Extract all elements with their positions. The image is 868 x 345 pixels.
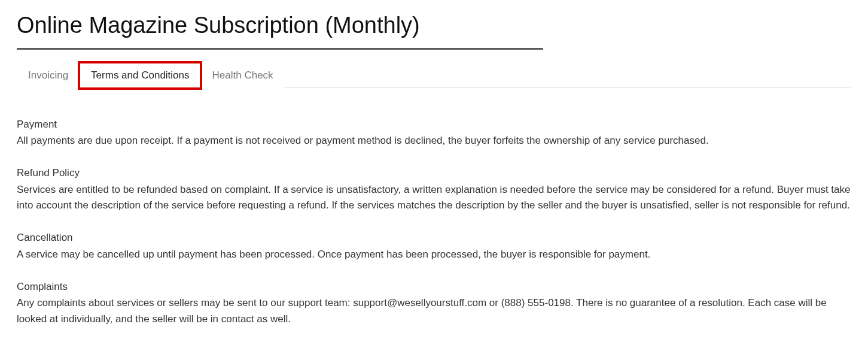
section-refund-title: Refund Policy — [17, 165, 851, 181]
section-payment-title: Payment — [17, 117, 851, 132]
section-cancellation: Cancellation A service may be cancelled … — [17, 230, 851, 262]
tabs-container: Invoicing Terms and Conditions Health Ch… — [17, 63, 851, 88]
section-payment-body: All payments are due upon receipt. If a … — [17, 133, 851, 149]
content-area: Payment All payments are due upon receip… — [17, 88, 851, 327]
page-title: Online Magazine Subscription (Monthly) — [17, 12, 543, 50]
section-payment: Payment All payments are due upon receip… — [17, 117, 851, 149]
section-refund-body: Services are entitled to be refunded bas… — [17, 182, 851, 214]
section-complaints: Complaints Any complaints about services… — [17, 279, 851, 327]
section-cancellation-body: A service may be cancelled up until paym… — [17, 247, 851, 262]
section-complaints-title: Complaints — [17, 279, 851, 295]
section-refund: Refund Policy Services are entitled to b… — [17, 165, 851, 213]
tab-invoicing[interactable]: Invoicing — [17, 63, 80, 88]
tab-health-check[interactable]: Health Check — [201, 63, 285, 88]
tab-terms-and-conditions[interactable]: Terms and Conditions — [80, 63, 200, 88]
section-complaints-body: Any complaints about services or sellers… — [17, 295, 851, 327]
section-cancellation-title: Cancellation — [17, 230, 851, 246]
